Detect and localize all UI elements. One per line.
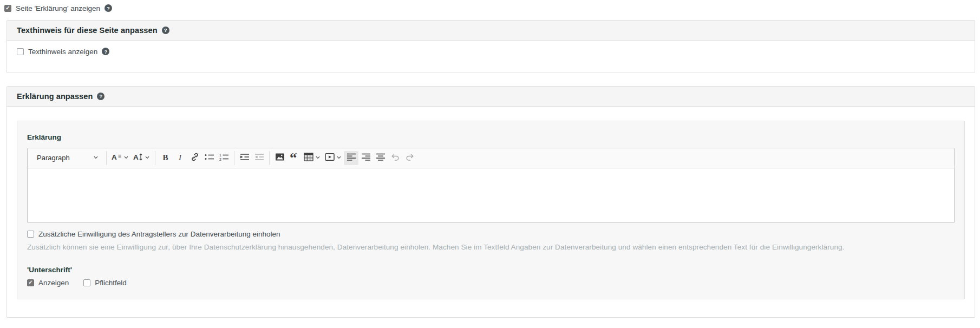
erklaerung-panel-title: Erklärung anpassen — [17, 92, 93, 101]
erklaerung-panel: Erklärung anpassen ? Erklärung Paragraph… — [6, 86, 975, 318]
unterschrift-label: 'Unterschrift' — [27, 266, 955, 274]
texthinweis-panel-body: Texthinweis anzeigen ? — [7, 41, 975, 73]
align-left-icon — [347, 153, 356, 162]
anzeigen-checkbox[interactable] — [27, 279, 34, 286]
chevron-down-icon — [145, 154, 150, 162]
toolbar-separator — [234, 151, 234, 165]
svg-text:A: A — [112, 153, 117, 161]
consent-checkbox-row[interactable]: Zusätzliche Einwilligung des Antragstell… — [27, 230, 280, 238]
rich-text-editor: Paragraph A A B — [27, 148, 955, 223]
chevron-down-icon — [123, 154, 129, 162]
erklaerung-panel-header: Erklärung anpassen ? — [7, 87, 975, 107]
show-erklaerung-page-row[interactable]: Seite 'Erklärung' anzeigen ? — [4, 4, 112, 12]
editor-toolbar: Paragraph A A B — [28, 148, 954, 168]
font-size-dropdown[interactable]: A — [109, 151, 131, 165]
texthinweis-panel: Texthinweis für diese Seite anpassen ? T… — [6, 20, 975, 73]
media-icon — [325, 152, 335, 163]
bold-button[interactable]: B — [158, 151, 173, 165]
texthinweis-anzeigen-checkbox[interactable] — [17, 48, 24, 55]
svg-text:1: 1 — [219, 153, 221, 157]
svg-text:“: “ — [290, 153, 297, 161]
pflichtfeld-checkbox-label: Pflichtfeld — [95, 279, 127, 287]
editor-content[interactable] — [28, 168, 954, 222]
show-erklaerung-page-label: Seite 'Erklärung' anzeigen — [16, 4, 100, 12]
toolbar-separator — [155, 151, 155, 165]
link-button[interactable] — [187, 151, 202, 165]
block-quote-button[interactable]: “ — [287, 151, 302, 165]
numbered-list-icon: 12 — [219, 153, 229, 162]
align-center-button[interactable] — [373, 151, 388, 165]
bulleted-list-icon — [205, 153, 214, 162]
help-icon[interactable]: ? — [162, 27, 169, 34]
svg-text:2: 2 — [219, 158, 221, 161]
toolbar-separator — [269, 151, 270, 165]
consent-checkbox[interactable] — [27, 231, 34, 238]
pflichtfeld-checkbox[interactable] — [83, 279, 90, 286]
insert-media-dropdown[interactable] — [323, 151, 344, 165]
block-quote-icon: “ — [290, 153, 299, 163]
indent-icon — [240, 153, 250, 162]
help-icon[interactable]: ? — [102, 48, 109, 55]
outdent-button[interactable] — [252, 151, 266, 165]
italic-icon: I — [178, 153, 182, 162]
line-height-dropdown[interactable]: A — [131, 151, 152, 165]
indent-button[interactable] — [237, 151, 252, 165]
align-right-button[interactable] — [358, 151, 373, 165]
texthinweis-panel-title: Texthinweis für diese Seite anpassen — [17, 26, 158, 35]
settings-page: Seite 'Erklärung' anzeigen ? Texthinweis… — [0, 0, 980, 318]
paragraph-dropdown[interactable]: Paragraph — [32, 151, 103, 165]
link-icon — [190, 152, 200, 163]
svg-text:A: A — [133, 153, 139, 161]
texthinweis-panel-header: Texthinweis für diese Seite anpassen ? — [7, 21, 975, 41]
anzeigen-checkbox-label: Anzeigen — [38, 279, 69, 287]
redo-button[interactable] — [402, 151, 417, 165]
pflichtfeld-checkbox-row[interactable]: Pflichtfeld — [83, 279, 127, 287]
numbered-list-button[interactable]: 12 — [217, 151, 231, 165]
undo-button[interactable] — [388, 151, 402, 165]
texthinweis-anzeigen-row[interactable]: Texthinweis anzeigen ? — [17, 48, 109, 56]
undo-icon — [390, 153, 400, 163]
toolbar-separator — [106, 151, 107, 165]
table-icon — [304, 152, 313, 163]
insert-image-button[interactable] — [272, 151, 287, 165]
align-left-button[interactable] — [344, 151, 358, 165]
erklaerung-field-label: Erklärung — [27, 133, 955, 141]
redo-icon — [405, 153, 415, 163]
bulleted-list-button[interactable] — [202, 151, 217, 165]
font-size-icon: A — [112, 153, 122, 163]
chevron-down-icon — [93, 154, 99, 162]
chevron-down-icon — [315, 154, 321, 162]
bold-icon: B — [162, 153, 168, 162]
image-icon — [275, 152, 285, 163]
consent-helper-text: Zusätzlich können sie eine Einwilligung … — [27, 243, 955, 251]
line-height-icon: A — [133, 153, 143, 163]
texthinweis-anzeigen-label: Texthinweis anzeigen — [28, 48, 97, 56]
consent-checkbox-label: Zusätzliche Einwilligung des Antragstell… — [38, 230, 280, 238]
erklaerung-inner-box: Erklärung Paragraph A A — [17, 121, 965, 299]
unterschrift-options-row: Anzeigen Pflichtfeld — [27, 279, 955, 287]
outdent-icon — [254, 153, 264, 162]
show-erklaerung-page-checkbox[interactable] — [4, 5, 11, 12]
paragraph-dropdown-value: Paragraph — [37, 154, 70, 162]
help-icon[interactable]: ? — [97, 93, 104, 100]
help-icon[interactable]: ? — [104, 4, 112, 12]
insert-table-dropdown[interactable] — [302, 151, 323, 165]
anzeigen-checkbox-row[interactable]: Anzeigen — [27, 279, 69, 287]
align-center-icon — [376, 153, 386, 162]
chevron-down-icon — [336, 154, 342, 162]
erklaerung-panel-body: Erklärung Paragraph A A — [7, 107, 975, 317]
align-right-icon — [361, 153, 371, 162]
italic-button[interactable]: I — [173, 151, 187, 165]
